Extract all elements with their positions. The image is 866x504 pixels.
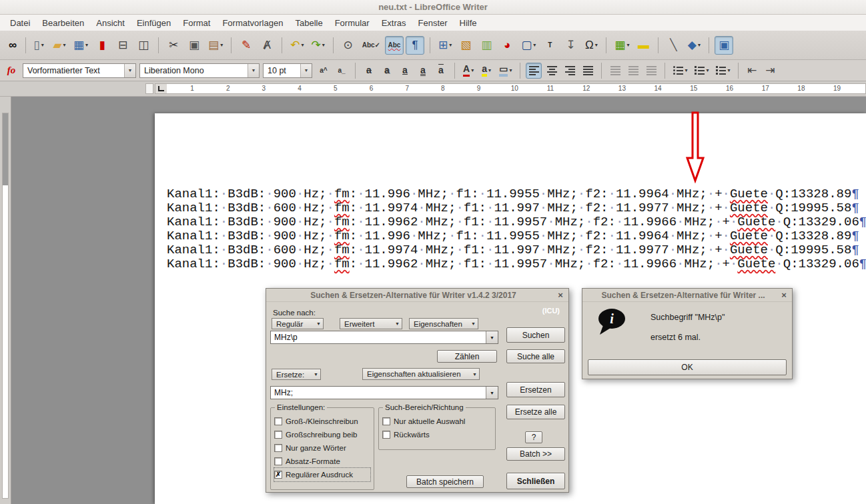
underline-icon[interactable]: a bbox=[397, 63, 413, 79]
save-icon[interactable]: ▦▾ bbox=[71, 36, 91, 55]
align-right-icon[interactable] bbox=[562, 63, 578, 79]
font-size-combo[interactable]: 10 pt ▼ bbox=[263, 63, 312, 78]
checkbox-box[interactable] bbox=[382, 417, 390, 425]
paste-icon[interactable]: ▤▾ bbox=[205, 36, 226, 55]
menu-ansicht[interactable]: Ansicht bbox=[90, 16, 131, 30]
bullets-dropdown-arrow[interactable]: ▾ bbox=[685, 67, 687, 73]
clear-formatting-icon[interactable]: Ⱥ bbox=[258, 36, 276, 55]
insert-line-icon[interactable]: ╲ bbox=[664, 36, 683, 55]
checkbox-box[interactable] bbox=[274, 417, 282, 425]
formatting-marks-icon[interactable]: ¶ bbox=[406, 36, 424, 55]
background-color-dropdown-arrow[interactable]: ▾ bbox=[509, 67, 512, 73]
redo-icon[interactable]: ↷▾ bbox=[308, 36, 327, 55]
highlight-color-icon[interactable]: a▾ bbox=[478, 63, 494, 79]
superscript-icon[interactable]: a^ bbox=[316, 63, 332, 79]
close-icon[interactable]: × bbox=[556, 290, 565, 299]
decrease-indent-icon[interactable]: ⇤ bbox=[744, 63, 760, 79]
insert-text-box-icon[interactable]: T bbox=[540, 36, 559, 55]
close-icon[interactable]: × bbox=[779, 290, 789, 299]
ok-button[interactable]: OK bbox=[588, 359, 787, 375]
insert-chart-icon[interactable]: ▥ bbox=[477, 36, 496, 55]
help-button[interactable]: ? bbox=[525, 431, 542, 443]
document-line[interactable]: Kanal1:·B3dB:·900·Hz;·fm:·11.9962·MHz;·f… bbox=[167, 215, 866, 229]
menu-fenster[interactable]: Fenster bbox=[412, 16, 454, 30]
clone-formatting-icon[interactable]: ✎ bbox=[237, 36, 256, 55]
print-icon[interactable]: ⊟ bbox=[113, 36, 132, 55]
menu-extras[interactable]: Extras bbox=[376, 16, 412, 30]
numbering-dropdown-arrow[interactable]: ▾ bbox=[706, 67, 709, 73]
menu-formular[interactable]: Formular bbox=[329, 16, 376, 30]
menu-bearbeiten[interactable]: Bearbeiten bbox=[36, 16, 90, 30]
checkbox-absatz-formate[interactable]: Absatz-Formate bbox=[274, 455, 370, 468]
close-button[interactable]: Schließen bbox=[506, 473, 565, 489]
menu-datei[interactable]: Datei bbox=[4, 16, 36, 30]
export-pdf-icon[interactable]: ▮ bbox=[93, 36, 111, 55]
font-name-combo[interactable]: Liberation Mono ▼ bbox=[139, 63, 260, 78]
spelling-icon[interactable]: Abc✓ bbox=[360, 36, 383, 55]
find-replace-icon[interactable]: ⊙ bbox=[339, 36, 358, 55]
checkbox-nur-ganze-wörter[interactable]: Nur ganze Wörter bbox=[274, 441, 370, 455]
increase-indent-icon[interactable]: ⇥ bbox=[762, 63, 778, 79]
replace-input[interactable] bbox=[271, 388, 486, 397]
new-document-icon[interactable]: ▯▾ bbox=[29, 36, 48, 55]
document-line[interactable]: Kanal1:·B3dB:·900·Hz;·fm:·11.996·MHz;·f1… bbox=[167, 187, 866, 201]
checkbox-box[interactable] bbox=[274, 444, 282, 452]
align-left-icon[interactable] bbox=[526, 63, 542, 79]
special-character-icon[interactable]: Ω▾ bbox=[582, 36, 600, 55]
insert-field-dropdown-arrow[interactable]: ▾ bbox=[626, 42, 629, 48]
checkbox-box[interactable]: ✗ bbox=[274, 471, 282, 479]
menu-hilfe[interactable]: Hilfe bbox=[454, 16, 483, 30]
menu-tabelle[interactable]: Tabelle bbox=[289, 16, 328, 30]
insert-field-icon[interactable]: ▦▾ bbox=[612, 36, 632, 55]
subscript-icon[interactable]: a_ bbox=[334, 63, 350, 79]
font-color-icon[interactable]: A▾ bbox=[460, 63, 476, 79]
font-size-dropdown[interactable]: ▼ bbox=[300, 64, 312, 77]
overline-icon[interactable]: a bbox=[433, 63, 449, 79]
font-color-dropdown-arrow[interactable]: ▾ bbox=[471, 67, 474, 73]
checkbox-rückwärts[interactable]: Rückwärts bbox=[382, 428, 492, 441]
background-color-icon[interactable]: ▭▾ bbox=[496, 63, 514, 79]
altsearch-dialog-titlebar[interactable]: Suchen & Ersetzen-Alternative für Writer… bbox=[266, 289, 568, 302]
checkbox-nur-aktuelle-auswahl[interactable]: Nur aktuelle Auswahl bbox=[382, 415, 492, 428]
replace-all-button[interactable]: Ersetze alle bbox=[506, 405, 565, 419]
menu-formatvorlagen[interactable]: Formatvorlagen bbox=[216, 16, 289, 30]
open-icon[interactable]: ▰▾ bbox=[50, 36, 69, 55]
basic-shapes-dropdown-arrow[interactable]: ▾ bbox=[698, 42, 701, 48]
print-preview-icon[interactable]: ◫ bbox=[134, 36, 153, 55]
save-dropdown-arrow[interactable]: ▾ bbox=[85, 42, 88, 48]
show-draw-functions-icon[interactable]: ▣ bbox=[715, 36, 733, 55]
replace-dropdown[interactable]: Ersetze: ▼ bbox=[272, 369, 321, 380]
replace-button[interactable]: Ersetzen bbox=[506, 382, 565, 397]
altsearch-logo-icon[interactable]: fo bbox=[3, 63, 19, 79]
shadow-icon[interactable]: a bbox=[379, 63, 395, 79]
special-character-dropdown-arrow[interactable]: ▾ bbox=[595, 42, 598, 48]
copy-icon[interactable]: ▣ bbox=[185, 36, 203, 55]
outline-list-icon[interactable]: ▾ bbox=[713, 63, 733, 79]
checkbox-box[interactable] bbox=[274, 457, 282, 465]
insert-table-dropdown-arrow[interactable]: ▾ bbox=[449, 42, 452, 48]
regular-dropdown[interactable]: Regulär ▼ bbox=[272, 318, 324, 329]
insert-diagram-icon[interactable]: ◕ bbox=[498, 36, 516, 55]
font-name-dropdown[interactable]: ▼ bbox=[248, 64, 259, 77]
replace-combo-dropdown[interactable]: ▼ bbox=[486, 387, 498, 399]
horizontal-ruler[interactable]: 12345678910111213141516171819 bbox=[155, 83, 866, 94]
document-line[interactable]: Kanal1:·B3dB:·600·Hz;·fm:·11.9974·MHz;·f… bbox=[167, 243, 866, 257]
outline-list-dropdown-arrow[interactable]: ▾ bbox=[727, 67, 730, 73]
result-dialog-titlebar[interactable]: Suchen & Ersetzen-Alternative für Writer… bbox=[582, 289, 792, 302]
undo-dropdown-arrow[interactable]: ▾ bbox=[301, 42, 304, 48]
checkbox-box[interactable] bbox=[382, 431, 390, 439]
justify-icon[interactable] bbox=[580, 63, 596, 79]
search-button[interactable]: Suchen bbox=[506, 327, 565, 343]
numbering-icon[interactable]: ▾ bbox=[692, 63, 711, 79]
checkbox-groß-kleinschreibun[interactable]: Groß-/Kleinschreibun bbox=[274, 415, 370, 428]
batch-button[interactable]: Batch >> bbox=[506, 447, 565, 461]
document-line[interactable]: Kanal1:·B3dB:·900·Hz;·fm:·11.9962·MHz;·f… bbox=[167, 257, 866, 271]
checkbox-regulärer-ausdruck[interactable]: ✗Regulärer Ausdruck bbox=[274, 468, 370, 481]
redo-dropdown-arrow[interactable]: ▾ bbox=[322, 42, 325, 48]
insert-frame-icon[interactable]: ▢▾ bbox=[518, 36, 538, 55]
insert-comment-icon[interactable]: ▬ bbox=[634, 36, 653, 55]
paragraph-style-combo[interactable]: Vorformatierter Text ▼ bbox=[23, 63, 136, 78]
menu-einfügen[interactable]: Einfügen bbox=[131, 16, 177, 30]
search-combo-dropdown[interactable]: ▼ bbox=[486, 331, 498, 343]
extended-dropdown[interactable]: Erweitert ▼ bbox=[340, 318, 402, 329]
